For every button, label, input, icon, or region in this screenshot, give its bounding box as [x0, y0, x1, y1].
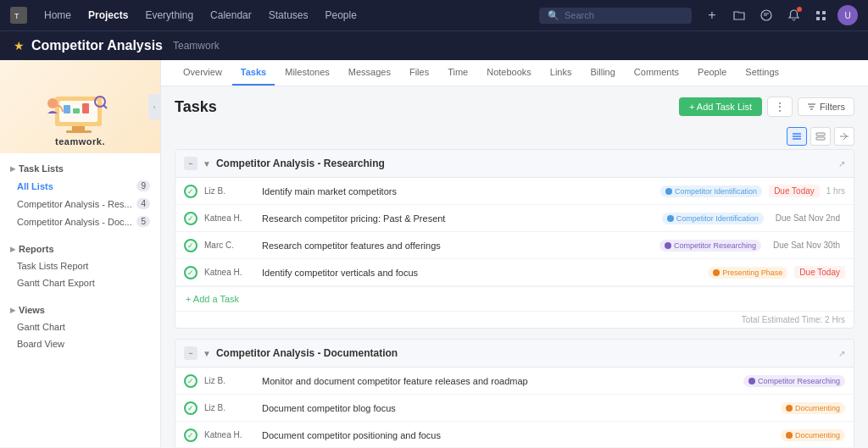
sidebar-collapse-button[interactable]: ‹	[148, 94, 160, 119]
task-tag[interactable]: Competitor Identification	[660, 185, 762, 197]
tab-bar: Overview Tasks Milestones Messages Files…	[161, 60, 868, 86]
task-tag[interactable]: Competitor Identification	[662, 213, 764, 224]
views-collapse-icon: ▶	[10, 307, 15, 314]
tab-links[interactable]: Links	[542, 60, 581, 86]
task-tag[interactable]: Competitor Researching	[743, 375, 845, 387]
external-link-icon[interactable]: ↗	[838, 349, 845, 358]
search-container: 🔍	[539, 8, 692, 24]
nav-statuses[interactable]: Statuses	[262, 6, 315, 25]
task-checkbox[interactable]: ✓	[184, 401, 198, 415]
filters-button[interactable]: Filters	[798, 97, 854, 116]
group-expand-icon[interactable]: ▼	[203, 159, 211, 169]
nav-projects[interactable]: Projects	[81, 6, 135, 25]
tab-messages[interactable]: Messages	[340, 60, 399, 86]
sidebar-item-all-lists[interactable]: All Lists 9	[0, 177, 160, 195]
sidebar-item-board-view[interactable]: Board View	[0, 335, 160, 352]
task-checkbox[interactable]: ✓	[184, 185, 198, 198]
gantt-export-label: Gantt Chart Export	[17, 278, 95, 288]
task-tag[interactable]: Competitor Researching	[659, 240, 761, 252]
add-task-button[interactable]: + Add a Task	[175, 286, 854, 311]
tab-overview[interactable]: Overview	[175, 60, 231, 86]
user-avatar[interactable]: U	[837, 5, 858, 25]
group-collapse-button[interactable]: −	[184, 157, 198, 170]
chat-icon[interactable]	[756, 5, 776, 25]
folder-icon[interactable]	[729, 5, 749, 25]
comp-res-label: Competitor Analysis - Res...	[17, 199, 132, 209]
task-assignee: Liz B.	[204, 376, 255, 385]
views-header[interactable]: ▶ Views	[0, 301, 160, 318]
nav-calendar[interactable]: Calendar	[203, 6, 259, 25]
task-checkbox[interactable]: ✓	[184, 429, 198, 442]
sidebar-item-task-lists-report[interactable]: Task Lists Report	[0, 257, 160, 274]
add-icon[interactable]: +	[702, 5, 722, 25]
gantt-chart-label: Gantt Chart	[17, 322, 65, 332]
sidebar-item-comp-res[interactable]: Competitor Analysis - Res... 4	[0, 195, 160, 213]
comp-res-count: 4	[136, 198, 150, 209]
task-lists-header[interactable]: ▶ Task Lists	[0, 160, 160, 177]
task-name[interactable]: Document competitor blog focus	[262, 403, 774, 413]
board-view-label: Board View	[17, 339, 64, 349]
task-tag[interactable]: Presenting Phase	[708, 267, 787, 279]
filters-label: Filters	[820, 102, 845, 112]
tab-people[interactable]: People	[689, 60, 735, 86]
task-checkbox[interactable]: ✓	[184, 374, 198, 388]
comp-doc-label: Competitor Analysis - Doc...	[17, 217, 132, 227]
task-name[interactable]: Research competitor features and offerin…	[262, 241, 653, 251]
tab-milestones[interactable]: Milestones	[276, 60, 338, 86]
task-name[interactable]: Document competitor positioning and focu…	[262, 430, 774, 440]
tab-billing[interactable]: Billing	[582, 60, 624, 86]
external-link-icon[interactable]: ↗	[838, 159, 845, 169]
list-view-button[interactable]	[787, 127, 807, 146]
task-name[interactable]: Identify competitor verticals and focus	[262, 268, 701, 278]
tab-time[interactable]: Time	[439, 60, 476, 86]
list-view-icon	[792, 132, 802, 141]
task-tag[interactable]: Documenting	[781, 429, 845, 441]
task-checkbox[interactable]: ✓	[184, 266, 198, 279]
task-group-documentation-header: − ▼ Competitor Analysis - Documentation …	[175, 340, 854, 368]
task-lists-report-label: Task Lists Report	[17, 261, 88, 271]
tab-comments[interactable]: Comments	[626, 60, 687, 86]
task-group-researching: − ▼ Competitor Analysis - Researching ↗ …	[175, 149, 854, 329]
task-due-date: Due Sat Nov 2nd	[771, 212, 845, 224]
reports-header[interactable]: ▶ Reports	[0, 241, 160, 257]
tag-dot	[786, 405, 793, 412]
task-tag[interactable]: Documenting	[781, 402, 845, 414]
tasks-page-title: Tasks	[175, 98, 217, 116]
more-options-button[interactable]: ⋮	[767, 97, 793, 117]
tab-notebooks[interactable]: Notebooks	[478, 60, 540, 86]
nav-people[interactable]: People	[318, 6, 363, 25]
group-expand-icon[interactable]: ▼	[203, 349, 211, 358]
tag-dot	[665, 242, 671, 249]
svg-rect-12	[64, 105, 70, 113]
favorite-star-icon[interactable]: ★	[14, 39, 25, 53]
notification-icon[interactable]	[783, 5, 804, 25]
tab-settings[interactable]: Settings	[737, 60, 787, 86]
task-checkbox[interactable]: ✓	[184, 212, 198, 225]
nav-home[interactable]: Home	[37, 6, 78, 25]
reports-label: Reports	[19, 244, 54, 254]
collapsed-view-button[interactable]	[810, 127, 831, 146]
group-name-researching: Competitor Analysis - Researching	[216, 158, 385, 169]
svg-text:T: T	[14, 12, 19, 20]
task-name[interactable]: Research competitor pricing: Past & Pres…	[262, 213, 655, 224]
sidebar-item-comp-doc[interactable]: Competitor Analysis - Doc... 5	[0, 213, 160, 230]
grid-icon[interactable]	[810, 5, 831, 25]
task-lists-label: Task Lists	[19, 163, 64, 174]
total-estimated-time: Total Estimated Time: 2 Hrs	[742, 315, 845, 324]
svg-rect-3	[816, 11, 820, 14]
task-name[interactable]: Identify main market competitors	[262, 186, 654, 196]
tab-tasks[interactable]: Tasks	[232, 60, 275, 86]
sidebar-item-gantt-chart[interactable]: Gantt Chart	[0, 318, 160, 335]
nav-everything[interactable]: Everything	[138, 6, 200, 25]
tab-files[interactable]: Files	[401, 60, 437, 86]
task-name[interactable]: Monitor and document competitor feature …	[262, 376, 737, 386]
sidebar-item-gantt-export[interactable]: Gantt Chart Export	[0, 274, 160, 291]
group-collapse-button[interactable]: −	[184, 346, 198, 360]
task-assignee: Katnea H.	[204, 430, 255, 440]
app-logo[interactable]: T	[10, 7, 27, 24]
expand-view-button[interactable]	[834, 127, 854, 146]
svg-line-16	[103, 105, 107, 108]
task-checkbox[interactable]: ✓	[184, 239, 198, 252]
add-task-list-button[interactable]: + Add Task List	[679, 97, 762, 116]
search-input[interactable]	[565, 10, 683, 20]
